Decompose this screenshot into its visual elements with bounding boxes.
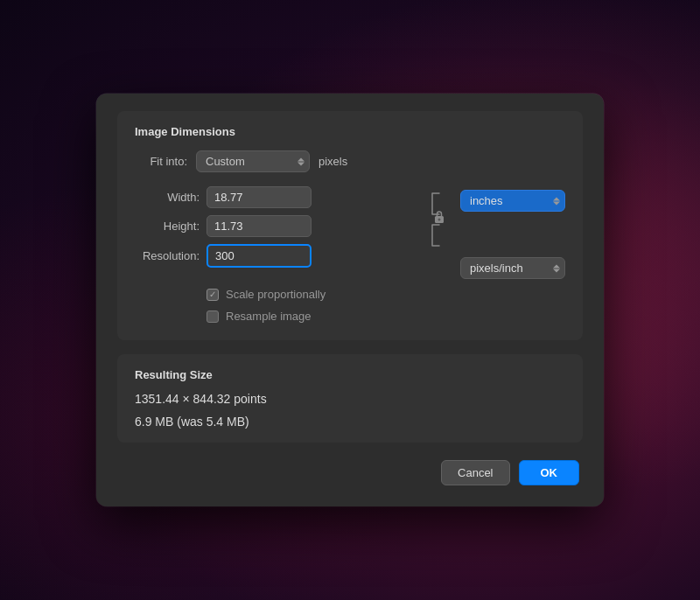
resolution-label: Resolution: bbox=[135, 249, 206, 262]
image-dimensions-dialog: Image Dimensions Fit into: Custom Screen… bbox=[96, 94, 604, 506]
unit-inches-select[interactable]: inches pixels cm mm bbox=[460, 190, 565, 212]
dims-right: inches pixels cm mm bbox=[460, 186, 565, 279]
resolution-input[interactable] bbox=[206, 244, 312, 268]
lock-bracket-icon bbox=[429, 190, 450, 249]
width-input[interactable] bbox=[206, 186, 312, 208]
result-dimensions: 1351.44 × 844.32 points bbox=[135, 392, 565, 406]
unit-spacer bbox=[460, 219, 565, 250]
resulting-size-section: Resulting Size 1351.44 × 844.32 points 6… bbox=[117, 354, 583, 443]
result-size: 6.9 MB (was 5.4 MB) bbox=[135, 415, 565, 429]
dimensions-area: Width: Height: Resolution: bbox=[135, 186, 565, 279]
fit-into-select-wrapper: Custom Screen Print bbox=[196, 150, 310, 172]
resolution-row: Resolution: bbox=[135, 244, 418, 268]
image-dimensions-section: Image Dimensions Fit into: Custom Screen… bbox=[117, 111, 583, 340]
width-row: Width: bbox=[135, 186, 418, 208]
cancel-button[interactable]: Cancel bbox=[441, 460, 509, 485]
fit-into-unit-label: pixels bbox=[318, 155, 347, 168]
width-label: Width: bbox=[135, 191, 206, 204]
resulting-size-title: Resulting Size bbox=[135, 368, 565, 381]
height-label: Height: bbox=[135, 220, 206, 233]
scale-proportionally-label: Scale proportionally bbox=[226, 288, 326, 301]
inches-select-wrapper: inches pixels cm mm bbox=[460, 190, 565, 212]
fit-into-select[interactable]: Custom Screen Print bbox=[196, 150, 310, 172]
checkmark-icon: ✓ bbox=[209, 290, 216, 299]
scale-proportionally-row: ✓ Scale proportionally bbox=[206, 288, 565, 301]
height-input[interactable] bbox=[206, 215, 312, 237]
image-dimensions-title: Image Dimensions bbox=[135, 125, 565, 138]
button-row: Cancel OK bbox=[117, 460, 583, 485]
height-row: Height: bbox=[135, 215, 418, 237]
ok-button[interactable]: OK bbox=[519, 460, 580, 485]
resample-image-label: Resample image bbox=[226, 310, 312, 323]
fit-into-row: Fit into: Custom Screen Print pixels bbox=[135, 150, 565, 172]
resample-image-checkbox[interactable] bbox=[206, 310, 219, 323]
scale-proportionally-checkbox[interactable]: ✓ bbox=[206, 289, 219, 301]
resample-image-row: Resample image bbox=[206, 310, 565, 323]
svg-point-1 bbox=[438, 219, 441, 221]
dims-left: Width: Height: Resolution: bbox=[135, 186, 418, 275]
fit-into-label: Fit into: bbox=[135, 155, 187, 168]
lock-area bbox=[429, 186, 450, 249]
resolution-unit-select[interactable]: pixels/inch pixels/cm bbox=[460, 257, 565, 279]
pixels-per-inch-select-wrapper: pixels/inch pixels/cm bbox=[460, 257, 565, 279]
